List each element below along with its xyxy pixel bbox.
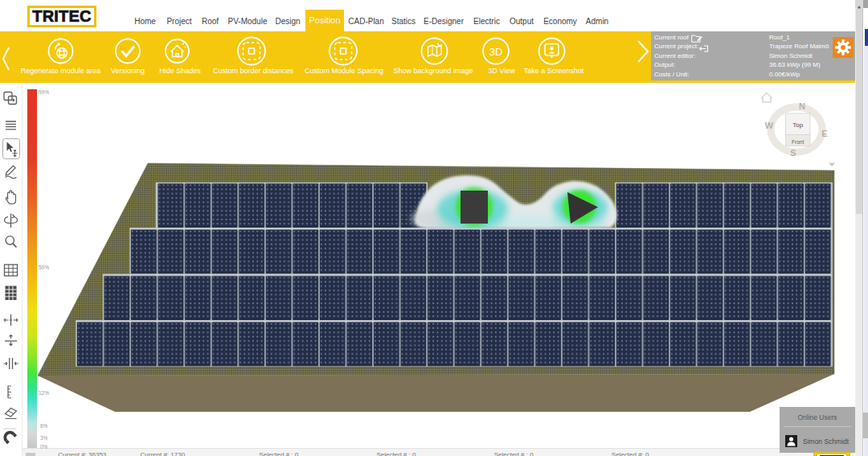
svg-text:S: S <box>790 148 796 158</box>
svg-text:Top: Top <box>792 121 803 129</box>
svg-text:Regenerate module area: Regenerate module area <box>21 67 101 75</box>
svg-text:Take a Screenshot: Take a Screenshot <box>524 67 584 75</box>
svg-text:3D: 3D <box>489 46 503 58</box>
svg-text:N: N <box>799 101 805 111</box>
svg-text:E: E <box>821 129 827 138</box>
svg-text:W: W <box>765 121 774 130</box>
svg-text:Versioning: Versioning <box>111 67 145 75</box>
svg-text:Custom Module Spacing: Custom Module Spacing <box>305 67 383 75</box>
svg-text:Custom border distances: Custom border distances <box>213 67 294 75</box>
svg-text:Front: Front <box>792 139 804 145</box>
svg-text:Show background image: Show background image <box>393 67 473 75</box>
svg-text:3D View: 3D View <box>488 67 515 75</box>
svg-text:Hide Shades: Hide Shades <box>159 67 201 75</box>
